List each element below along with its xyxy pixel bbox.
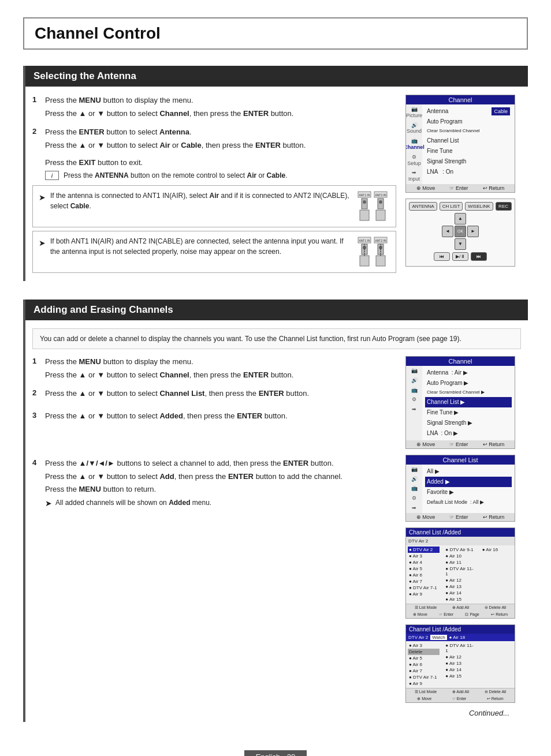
dpad-left[interactable]: ◄	[442, 226, 453, 237]
c2-r4-2: ● Air 14	[444, 667, 476, 673]
section1-right-panel: Channel 📷Picture 🔊Sound 📺Channel ⚙Setup …	[405, 95, 521, 276]
dpad-right[interactable]: ►	[467, 226, 479, 237]
exit-note-text: Press the EXIT button to exit.	[45, 158, 396, 167]
ch-list-added-2: Channel List /Added DTV Air 2 Watch ● Ai…	[405, 624, 515, 703]
icon-setup: ⚙Setup	[407, 154, 421, 167]
ch-list-cols: ● DTV Air 2 ● Air 3 ● Air 4 ● Air 5 ● Ai…	[406, 545, 515, 604]
ch-list-2-cols: ● Air 3 Delete ● Air 5 ● Air 6 ● Air 7 ●…	[406, 641, 515, 688]
ch-row-4-2: ● DTV Air 11-1	[444, 566, 476, 577]
tv-menu-header-2: Channel	[406, 357, 515, 366]
section2-content: 1 Press the MENU button to display the m…	[32, 356, 521, 703]
page-title-box: Channel Control	[23, 17, 528, 50]
ch-col-3: ● Air 16	[479, 545, 515, 604]
section2-title: Adding and Erasing Channels	[25, 300, 528, 320]
m2-lna: LNA : On ▶	[425, 428, 512, 439]
ch-col-1: ● DTV Air 2 ● Air 3 ● Air 4 ● Air 5 ● Ai…	[406, 545, 441, 604]
tv-chlist-icons: 📷 🔊 📺 ⚙ ➡	[406, 465, 422, 513]
remote-ff-btn: ⏭	[471, 252, 487, 261]
s2-step-4-line-1: Press the ▲/▼/◄/► buttons to select a ch…	[45, 458, 396, 469]
icon-input-3: ➡	[412, 505, 416, 511]
remote-bottom-buttons: ⏮ ▶/⏸ ⏭	[409, 252, 512, 261]
icon-picture-2: 📷	[411, 368, 418, 374]
tv-menu-icons-2: 📷 🔊 📺 ⚙ ➡	[406, 366, 422, 440]
page-footer: BN68-01131N-02Eng-1.indd 38 English - 38…	[0, 750, 551, 756]
s2-step-4-num: 4	[32, 458, 45, 467]
section-adding-erasing: Adding and Erasing Channels You can add …	[23, 300, 528, 722]
footer-add-all: ⊕ Add All	[452, 605, 469, 610]
s2-step-3-content: Press the ▲ or ▼ button to select Added,…	[45, 410, 396, 424]
tv-menu-header-1: Channel	[406, 95, 515, 104]
dpad-empty-3	[442, 238, 453, 250]
info-arrow-1: ➤	[39, 192, 46, 204]
chlist-favorite: Favorite ▶	[425, 487, 512, 497]
ch-row-5-2: ● Air 12	[444, 577, 476, 583]
m2-chlist: Channel List ▶	[425, 397, 512, 407]
tv-menu-footer-2: ⊕ Move☞ Enter↩ Return	[406, 440, 515, 448]
menu-item-channel-list: Channel List	[425, 136, 512, 146]
tv-menu-content-2: Antenna : Air ▶ Auto Program ▶ Clear Scr…	[422, 366, 515, 440]
tv-channel-list-menu: Channel List 📷 🔊 📺 ⚙ ➡ All ▶	[405, 455, 515, 522]
svg-text:ANT1 IN: ANT1 IN	[359, 239, 370, 242]
s2-note-text: All added channels will be shown on Adde…	[55, 497, 211, 508]
ch-row-7-1: ● DTV Air 7-1	[408, 585, 440, 591]
icon-picture-3: 📷	[411, 466, 418, 473]
section2-highlight: You can add or delete a channel to displ…	[32, 328, 521, 349]
section1-body: 1 Press the MENU button to display the m…	[25, 95, 528, 281]
step-1-content: Press the MENU button to display the men…	[45, 95, 396, 121]
s2-step-1-content: Press the MENU button to display the men…	[45, 356, 396, 382]
icon-channel-3: 📺	[411, 485, 418, 492]
c2-row-1: ● Air 3	[408, 642, 440, 649]
dpad-empty-4	[467, 238, 479, 250]
ch-row-8-1: ● Air 9	[408, 591, 440, 597]
dpad-center[interactable]: OK	[455, 226, 466, 237]
ch-list-added-2-footer-1: ☰ List Mode⊕ Add All⊖ Delete All	[406, 688, 515, 695]
s2-step-1-num: 1	[32, 357, 45, 365]
step-1-line-1: Press the MENU button to display the men…	[45, 95, 396, 106]
remote-chlist-btn: CH LIST	[440, 202, 463, 211]
ch-row-7-2: ● Air 14	[444, 590, 476, 596]
step-2: 2 Press the ENTER button to select Anten…	[32, 126, 396, 152]
remote-wiselink-btn: WISELINK	[465, 202, 493, 211]
tv-menu-footer-1: ⊕ Move ☞ Enter ↩ Return	[406, 184, 515, 192]
icon-setup-3: ⚙	[412, 495, 416, 501]
c2-r2-2: ● Air 12	[444, 654, 476, 660]
ch-row-3-2: ● Air 11	[444, 559, 476, 566]
page-title: Channel Control	[35, 24, 161, 42]
ch-list-added-footer-1: ☰ List Mode ⊕ Add All ⊖ Delete All	[406, 604, 515, 611]
icon-channel-2: 📺	[411, 387, 418, 394]
info-arrow-2: ➤	[39, 237, 46, 249]
step-1: 1 Press the MENU button to display the m…	[32, 95, 396, 121]
c2-row-7: ● Air 9	[408, 680, 440, 687]
step-2-content: Press the ENTER button to select Antenna…	[45, 126, 396, 152]
svg-rect-9	[376, 210, 385, 220]
icon-setup-2: ⚙	[412, 396, 416, 403]
dpad-up[interactable]: ▲	[455, 213, 466, 224]
menu-item-fine-tune: Fine Tune	[425, 146, 512, 156]
c2-row-6: ● DTV Air 7-1	[408, 674, 440, 680]
tv-channel-menu: Channel 📷Picture 🔊Sound 📺Channel ⚙Setup …	[405, 95, 515, 193]
s2-step-4-line-3: Press the MENU button to return.	[45, 484, 396, 495]
section2-body: You can add or delete a channel to displ…	[25, 328, 528, 722]
s2-step-3-line-1: Press the ▲ or ▼ button to select Added,…	[45, 410, 396, 422]
dpad-down[interactable]: ▼	[455, 238, 466, 250]
m2-antenna: Antenna : Air ▶	[425, 368, 512, 378]
section2-highlight-text: You can add or delete a channel to displ…	[40, 335, 461, 343]
step-2-line-1: Press the ENTER button to select Antenna…	[45, 126, 396, 138]
icon-sound-3: 🔊	[411, 476, 418, 482]
exit-note: Press the EXIT button to exit.	[45, 158, 396, 167]
chlist-default: Default List Mode : All ▶	[425, 497, 512, 507]
s2-note-row: ➤ All added channels will be shown on Ad…	[45, 497, 396, 508]
ch-list-dtv-label: DTV Air 2	[406, 537, 515, 545]
m2-auto: Auto Program ▶	[425, 378, 512, 388]
section1-content: 1 Press the MENU button to display the m…	[32, 95, 521, 276]
step-2-line-2: Press the ▲ or ▼ button to select Air or…	[45, 140, 396, 151]
dpad-empty-2	[467, 213, 479, 224]
remote-antenna-btn: ANTENNA	[409, 202, 437, 211]
ch-row-2-2: ● Air 10	[444, 553, 476, 559]
step-2-num: 2	[32, 127, 45, 136]
menu-item-lna: LNA : On	[425, 167, 512, 177]
continued-text: Continued...	[32, 709, 509, 717]
remote-playpause-btn: ▶/⏸	[452, 252, 468, 261]
ch-row-2-1: ● Air 3	[408, 553, 440, 559]
remote-dpad: ▲ ◄ OK ► ▼	[441, 213, 479, 250]
